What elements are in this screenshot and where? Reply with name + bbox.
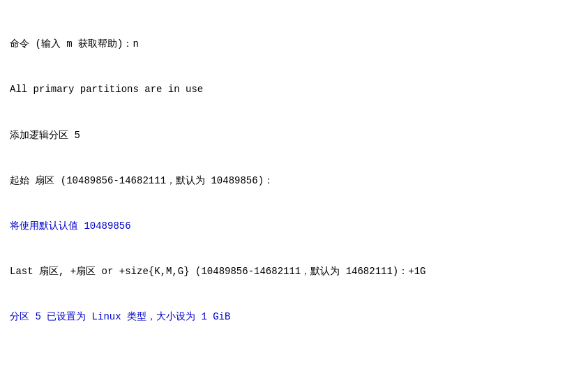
output-line-4: 将使用默认认值 10489856 — [10, 219, 578, 234]
terminal-output: 命令 (输入 m 获取帮助)：n All primary partitions … — [10, 7, 578, 376]
output-line-5: Last 扇区, +扇区 or +size{K,M,G} (10489856-1… — [10, 264, 578, 280]
output-line-1: All primary partitions are in use — [10, 82, 578, 98]
output-line-3: 起始 扇区 (10489856-14682111，默认为 10489856)： — [10, 174, 578, 189]
output-line-2: 添加逻辑分区 5 — [10, 128, 578, 144]
output-line-6: 分区 5 已设置为 Linux 类型，大小设为 1 GiB — [10, 310, 578, 325]
cmd-line-1: 命令 (输入 m 获取帮助)：n — [10, 37, 578, 52]
blank-line-1 — [10, 355, 578, 370]
